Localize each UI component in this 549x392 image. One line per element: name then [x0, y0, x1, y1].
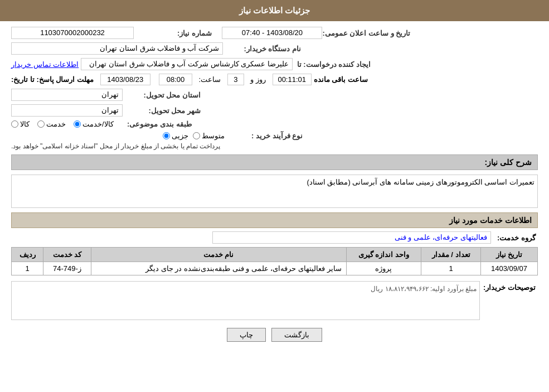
mohlat-saat-val: 08:00: [159, 74, 192, 85]
col-kod-khedmat: کد خدمت: [43, 248, 91, 262]
sharh-val: تعمیرات اساسی الکتروموتورهای زمینی سامان…: [307, 178, 535, 186]
goroh-khedmat-row: گروه خدمت: فعالیتهای حرفه‌ای، علمی و فنی: [11, 231, 538, 244]
col-tedad: تعداد / مقدار: [421, 248, 481, 262]
nam-khedmat-cell: سایر فعالیتهای حرفه‌ای، علمی و فنی طبقه‌…: [91, 262, 346, 275]
vahed-cell: پروژه: [346, 262, 421, 275]
kala-khedmat-option[interactable]: کالا/خدمت: [74, 120, 114, 128]
ostan-val: تهران: [11, 89, 123, 101]
toseeh-label: توصیحات خریدار:: [480, 281, 536, 292]
jozii-label: جزیی: [172, 132, 188, 140]
tabaghebandi-radio-group: کالا/خدمت خدمت کالا: [11, 120, 114, 128]
kala-khedmat-radio[interactable]: [74, 120, 81, 128]
sharh-section-label: شرح کلی نیاز:: [485, 158, 532, 167]
ijad-konande-val: علیرضا عسکری کارشناس شرکت آب و فاضلاب شر…: [81, 58, 293, 70]
motavasset-radio[interactable]: [193, 132, 200, 139]
mohlat-roz-label: روز و: [250, 75, 266, 84]
nam-dastgah-val: شرکت آب و فاضلاب شرق استان تهران: [11, 42, 223, 55]
mohlat-row: ساعت باقی مانده 00:11:01 روز و 3 ساعت: 0…: [11, 74, 538, 85]
tabaghebandi-row: طبقه بندی موضوعی: کالا/خدمت خدمت کالا: [11, 120, 538, 128]
motavasset-option[interactable]: متوسط: [193, 132, 225, 140]
toseeh-val: مبلغ برآورد اولیه: ۱۸،۸۱۲،۹۴۹،۶۶۲ ریال: [371, 285, 477, 293]
shmare-niaz-val: 1103070002000232: [11, 27, 134, 39]
tarikh-val: 1403/08/20 - 07:40: [222, 27, 322, 39]
farayand-label: نوع فرآیند خرید :: [225, 132, 303, 140]
jozii-radio[interactable]: [163, 132, 170, 139]
shmare-niaz-label: شماره نیاز:: [134, 29, 212, 37]
goroh-khedmat-label: گروه خدمت:: [491, 234, 536, 242]
khedmat-option[interactable]: خدمت: [37, 120, 66, 128]
back-button[interactable]: بازگشت: [271, 328, 322, 342]
tarikh-label: تاریخ و ساعت اعلان عمومی:: [322, 29, 410, 37]
col-vahed: واحد اندازه گیری: [346, 248, 421, 262]
toseeh-box: مبلغ برآورد اولیه: ۱۸،۸۱۲،۹۴۹،۶۶۲ ریال: [11, 281, 480, 320]
mohlat-date-val: 1403/08/23: [100, 74, 150, 85]
kala-option[interactable]: کالا: [11, 120, 30, 128]
ostan-row: استان محل تحویل: تهران: [11, 89, 538, 101]
print-button[interactable]: چاپ: [227, 328, 266, 342]
mohlat-baqi-label: ساعت باقی مانده: [314, 75, 368, 84]
tarikh-niaz-cell: 1403/09/07: [480, 262, 537, 275]
khadamat-section-label: اطلاعات خدمات مورد نیاز: [449, 216, 532, 225]
sharh-box: تعمیرات اساسی الکتروموتورهای زمینی سامان…: [11, 175, 538, 208]
shmare-tarikh-row: تاریخ و ساعت اعلان عمومی: 1403/08/20 - 0…: [11, 27, 538, 39]
mohlat-baqi-val: 00:11:01: [273, 74, 312, 85]
motavasset-label: متوسط: [202, 132, 225, 140]
khedmat-radio[interactable]: [37, 120, 45, 128]
page-title: جزئیات اطلاعات نیاز: [239, 6, 310, 15]
nam-dastgah-label: نام دستگاه خریدار:: [223, 45, 301, 53]
farayand-row: نوع فرآیند خرید : متوسط جزیی پرداخت تمام…: [11, 132, 538, 150]
ijad-konande-row: ایجاد کننده درخواست: تا علیرضا عسکری کار…: [11, 58, 538, 70]
tedad-cell: 1: [421, 262, 481, 275]
sharh-row: تعمیرات اساسی الکتروموتورهای زمینی سامان…: [11, 175, 538, 208]
page-header: جزئیات اطلاعات نیاز: [0, 0, 549, 21]
col-nam-khedmat: نام خدمت: [91, 248, 346, 262]
tabaghebandi-label: طبقه بندی موضوعی:: [114, 120, 192, 128]
col-radif: ردیف: [12, 248, 43, 262]
purchase-note: پرداخت تمام یا بخشی از مبلغ خریدار از مح…: [11, 142, 220, 150]
nam-dastgah-row: نام دستگاه خریدار: شرکت آب و فاضلاب شرق …: [11, 42, 538, 55]
ijad-konande-link[interactable]: اطلاعات تماس خریدار: [11, 60, 79, 69]
mohlat-saat-label: ساعت:: [199, 75, 221, 84]
main-content: تاریخ و ساعت اعلان عمومی: 1403/08/20 - 0…: [0, 21, 549, 355]
khedmat-label: خدمت: [46, 120, 66, 128]
kod-khedmat-cell: ز-749-74: [43, 262, 91, 275]
mohlat-label: مهلت ارسال پاسخ: تا تاریخ:: [11, 75, 94, 84]
goroh-khedmat-val: فعالیتهای حرفه‌ای، علمی و فنی: [212, 231, 491, 244]
kala-khedmat-label: کالا/خدمت: [82, 120, 114, 128]
kala-label: کالا: [20, 120, 30, 128]
radif-cell: 1: [12, 262, 43, 275]
jozii-option[interactable]: جزیی: [163, 132, 188, 140]
toseeh-row: توصیحات خریدار: مبلغ برآورد اولیه: ۱۸،۸۱…: [11, 281, 538, 320]
page-container: جزئیات اطلاعات نیاز تاریخ و ساعت اعلان ع…: [0, 0, 549, 392]
shahr-label: شهر محل تحویل:: [123, 107, 201, 115]
sharh-section-header: شرح کلی نیاز:: [11, 154, 538, 170]
table-row: 1403/09/07 1 پروژه سایر فعالیتهای حرفه‌ا…: [12, 262, 538, 275]
ijad-konande-label: ایجاد کننده درخواست: تا: [293, 60, 371, 69]
shahr-val: تهران: [11, 104, 123, 117]
services-table: تاریخ نیاز تعداد / مقدار واحد اندازه گیر…: [11, 247, 538, 275]
shahr-row: شهر محل تحویل: تهران: [11, 104, 538, 117]
btn-row: بازگشت چاپ: [11, 328, 538, 342]
mohlat-roz-val: 3: [227, 74, 244, 85]
farayand-radio-group: متوسط جزیی: [163, 132, 225, 140]
ostan-label: استان محل تحویل:: [123, 91, 201, 99]
khadamat-section-header: اطلاعات خدمات مورد نیاز: [11, 212, 538, 228]
col-tarikh-niaz: تاریخ نیاز: [480, 248, 537, 262]
kala-radio[interactable]: [11, 120, 18, 128]
